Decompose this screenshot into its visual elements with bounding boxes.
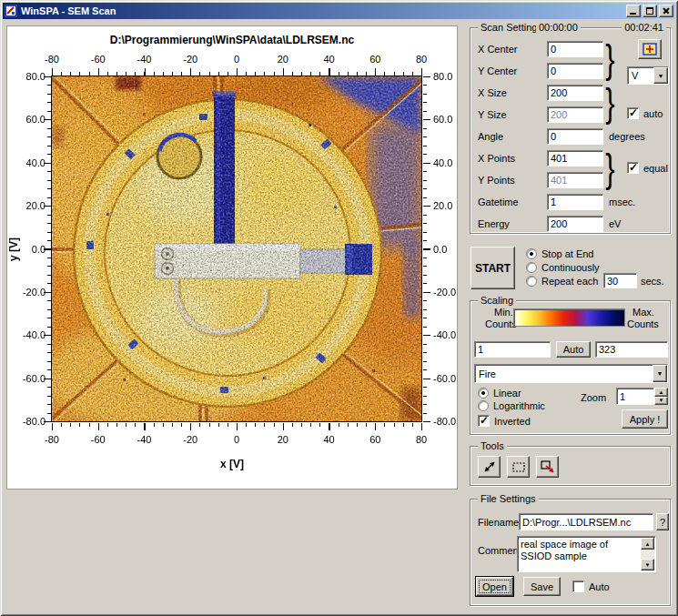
file-settings-title: File Settings: [478, 493, 539, 504]
energy-unit: eV: [609, 218, 621, 229]
scan-settings-group: Scan Settings 00:00:00 00:02:41 X Center…: [470, 27, 671, 234]
apply-button[interactable]: Apply !: [622, 409, 668, 429]
zoom-label: Zoom: [581, 392, 606, 403]
unit-select-value: V: [628, 70, 653, 81]
plot-title: D:\Programmierung\WinSPA\data\LDLRSEM.nc: [7, 34, 457, 46]
auto-save-checkbox[interactable]: Auto: [572, 581, 610, 592]
linear-radio[interactable]: Linear: [478, 388, 521, 399]
scaling-group: Scaling Min. Counts Max. Counts Auto Fir…: [470, 300, 671, 435]
stop-at-end-radio[interactable]: Stop at End: [526, 248, 594, 259]
min-counts-input[interactable]: [474, 341, 551, 358]
y-size-label: Y Size: [478, 109, 507, 120]
line-profile-tool-button[interactable]: [478, 456, 501, 478]
checkbox-box: [478, 415, 490, 427]
comment-label: Comment: [478, 545, 521, 556]
start-button[interactable]: START: [471, 247, 515, 289]
tick-label: -80.0: [23, 416, 46, 427]
y-axis-right-labels: 80.060.040.020.00.0-20.0-40.0-60.0-80.0: [433, 76, 460, 421]
chevron-down-icon[interactable]: [653, 365, 667, 382]
scroll-down-icon[interactable]: [641, 559, 654, 571]
scaling-title: Scaling: [478, 295, 516, 306]
spinner-up-icon[interactable]: [654, 388, 668, 397]
y-points-label: Y Points: [478, 175, 515, 186]
checkbox-box: [627, 107, 639, 119]
tick-label: 20.0: [433, 200, 452, 211]
colormap-select-value: Fire: [475, 369, 653, 379]
tick-label: 60.0: [433, 114, 452, 125]
size-brace: }: [605, 83, 614, 123]
y-points-input[interactable]: [547, 172, 603, 188]
tick-label: -40.0: [433, 329, 456, 340]
tick-label: -60: [91, 54, 106, 65]
inverted-checkbox[interactable]: Inverted: [478, 415, 531, 427]
comment-input[interactable]: real space image of SSIOD sample: [517, 536, 656, 572]
help-button[interactable]: ?: [656, 513, 669, 530]
tick-label: -80.0: [433, 416, 456, 427]
tick-label: 40: [323, 434, 334, 445]
max-label: Max.: [632, 307, 654, 318]
equal-points-label: equal: [643, 163, 668, 174]
y-size-input[interactable]: [547, 106, 603, 123]
unit-select[interactable]: V: [627, 66, 669, 85]
y-axis-left-minor-ticks: [47, 76, 51, 422]
auto-scale-button[interactable]: Auto: [556, 341, 591, 358]
auto-size-checkbox[interactable]: auto: [627, 107, 663, 119]
max-counts-input[interactable]: [595, 341, 668, 358]
window-title: WinSPA - SEM Scan: [21, 5, 624, 16]
zoom-region-tool-button[interactable]: [536, 456, 559, 478]
close-button[interactable]: [659, 5, 673, 17]
comment-scrollbar[interactable]: [641, 538, 654, 571]
radio-dot: [526, 248, 537, 259]
gatetime-input[interactable]: [547, 194, 603, 210]
tick-label: 60: [369, 54, 380, 65]
x-points-input[interactable]: [547, 150, 603, 167]
sem-image[interactable]: [51, 76, 422, 422]
scroll-up-icon[interactable]: [641, 538, 654, 550]
repeat-interval-input[interactable]: [603, 273, 637, 288]
zoom-input[interactable]: [616, 388, 654, 405]
energy-input[interactable]: [547, 216, 603, 232]
minimize-icon: [630, 13, 636, 15]
time-elapsed: 00:00:00: [536, 22, 581, 33]
angle-input[interactable]: [547, 128, 603, 145]
points-brace: }: [605, 148, 614, 188]
y-center-input[interactable]: [547, 63, 603, 79]
equal-points-checkbox[interactable]: equal: [627, 162, 668, 174]
open-button[interactable]: Open: [476, 577, 513, 596]
tick-label: -60: [91, 434, 106, 445]
x-center-input[interactable]: [547, 41, 603, 57]
center-brace: }: [605, 39, 614, 79]
continuously-radio[interactable]: Continuously: [526, 262, 600, 273]
spinner-down-icon[interactable]: [654, 397, 668, 406]
save-button[interactable]: Save: [523, 577, 561, 596]
colormap-select[interactable]: Fire: [474, 364, 668, 383]
tick-label: 80: [416, 54, 427, 65]
chevron-down-icon[interactable]: [653, 67, 668, 84]
zoom-stepper[interactable]: [616, 388, 668, 405]
repeat-unit-label: secs.: [641, 276, 664, 287]
tick-label: -80: [45, 54, 59, 65]
x-axis-bottom-minor-ticks: [52, 423, 422, 427]
filename-input[interactable]: [519, 513, 653, 530]
help-label: ?: [660, 517, 665, 528]
x-size-label: X Size: [478, 87, 507, 98]
x-size-input[interactable]: [547, 85, 603, 101]
linear-label: Linear: [493, 388, 521, 399]
logarithmic-radio[interactable]: Logarithmic: [478, 400, 545, 411]
radio-dot: [526, 262, 537, 273]
minimize-button[interactable]: [626, 5, 641, 17]
continuously-label: Continuously: [541, 262, 600, 273]
grab-center-button[interactable]: [638, 39, 662, 59]
radio-dot: [478, 388, 489, 399]
repeat-each-radio[interactable]: Repeat each: [526, 276, 598, 287]
title-bar[interactable]: WinSPA - SEM Scan: [3, 3, 675, 19]
y-center-label: Y Center: [478, 66, 517, 76]
min-counts-label: Counts: [485, 318, 517, 329]
tick-label: 80: [416, 434, 427, 445]
min-label: Min.: [494, 307, 513, 318]
angle-unit: degrees: [609, 131, 645, 142]
x-points-label: X Points: [478, 153, 515, 164]
select-region-tool-button[interactable]: [507, 456, 530, 478]
maximize-button[interactable]: [643, 5, 657, 17]
maximize-icon: [646, 7, 653, 15]
